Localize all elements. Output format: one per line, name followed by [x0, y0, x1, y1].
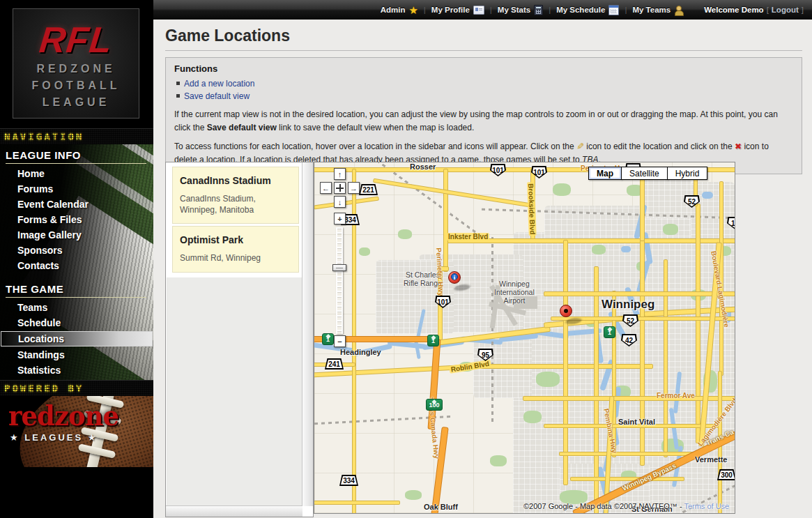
sidebar-item-event-calendar[interactable]: Event Calendar	[0, 197, 153, 212]
league-logo-line: FOOTBALL	[13, 77, 139, 94]
pencil-icon: ✎	[576, 142, 585, 150]
map-label: Boulevard Lagimodière	[710, 250, 730, 328]
navigation-banner: NAVIGATION	[0, 128, 153, 145]
sidebar: RFL REDZONE FOOTBALL LEAGUE NAVIGATION L…	[0, 0, 153, 518]
topbar-my-schedule[interactable]: My Schedule	[551, 5, 625, 15]
page-title: Game Locations	[165, 26, 802, 51]
location-name: Optimist Park	[180, 234, 291, 245]
highway-shield: 95	[477, 349, 493, 361]
map-label: Roblin Blvd	[449, 360, 491, 374]
locations-list-empty-area	[167, 260, 302, 506]
location-card-canadinns[interactable]: CanadInns Stadium CanadInns Stadium, Win…	[172, 167, 299, 224]
topbar-my-teams-label: My Teams	[632, 6, 671, 14]
bracket: [	[767, 6, 769, 14]
map-label: Fermor Ave	[657, 392, 695, 399]
highway-shield: 334	[339, 475, 358, 486]
navigation-banner-text: NAVIGATION	[0, 129, 153, 142]
sidebar-item-schedule[interactable]: Schedule	[0, 315, 153, 330]
zoom-slider-thumb[interactable]	[332, 264, 346, 271]
functions-heading: Functions	[174, 63, 793, 74]
highway-shield: 52	[622, 314, 638, 327]
calculator-icon	[534, 5, 543, 15]
pan-down-button[interactable]: ↓	[334, 196, 346, 208]
highway-shield: 1	[322, 333, 334, 345]
sidebar-nav-zone: LEAGUE INFO Home Forums Event Calendar F…	[0, 144, 153, 380]
app-window: RFL REDZONE FOOTBALL LEAGUE NAVIGATION L…	[0, 0, 812, 518]
zoom-slider-track[interactable]	[336, 227, 343, 334]
list-item: Save default view	[176, 91, 793, 101]
zoom-out-button[interactable]: −	[334, 335, 346, 347]
nav-section-the-game: THE GAME	[6, 283, 146, 298]
map-type-map-button[interactable]: Map	[588, 167, 622, 180]
sidebar-nav: LEAGUE INFO Home Forums Event Calendar F…	[0, 144, 153, 378]
redzone-leagues-logo: redzone ★ LEAGUES ★	[0, 396, 153, 467]
sidebar-item-image-gallery[interactable]: Image Gallery	[0, 227, 153, 243]
topbar-my-profile-label: My Profile	[431, 6, 470, 14]
map-type-hybrid-button[interactable]: Hybrid	[667, 167, 708, 180]
nav-section-league-info: LEAGUE INFO	[6, 149, 146, 164]
sidebar-item-statistics[interactable]: Statistics	[0, 363, 153, 378]
calendar-icon	[608, 5, 619, 15]
highway-shield: 10	[727, 217, 735, 229]
pan-right-button[interactable]: →	[348, 182, 360, 194]
highway-shield: 42	[621, 334, 637, 346]
sidebar-item-sponsors[interactable]: Sponsors	[0, 243, 153, 258]
vertical-scrollbar[interactable]	[302, 162, 313, 506]
sidebar-item-teams[interactable]: Teams	[0, 300, 153, 315]
highway-shield: 101	[490, 164, 506, 176]
location-card-optimist[interactable]: Optimist Park Summit Rd, Winnipeg	[172, 226, 299, 272]
topbar-my-teams[interactable]: My Teams	[627, 6, 689, 15]
horizontal-scrollbar[interactable]	[166, 505, 302, 517]
sidebar-item-home[interactable]: Home	[0, 166, 153, 181]
terms-of-use-link[interactable]: Terms of Use	[684, 502, 729, 510]
topbar-my-stats-label: My Stats	[498, 6, 530, 14]
bold-text: Save default view	[207, 123, 277, 132]
pan-up-button[interactable]: ↑	[334, 168, 346, 180]
map-label: Winnipeg International Airport	[494, 280, 535, 305]
pan-center-button[interactable]	[334, 182, 346, 194]
main-content: Game Locations Functions Add a new locat…	[153, 20, 812, 518]
map-label: Rosser	[410, 162, 436, 171]
save-default-view-link[interactable]: Save default view	[184, 91, 250, 101]
sidebar-item-forms-files[interactable]: Forms & Files	[0, 212, 153, 227]
instructions-paragraph-1: If the current map view is not in the de…	[174, 108, 793, 134]
map-label: Pembina Hwy	[602, 408, 618, 454]
topbar-admin[interactable]: Admin★	[375, 5, 424, 15]
map-type-buttons: MapSatelliteHybrid	[589, 167, 707, 180]
topbar-user-area: Welcome Demo [ Logout ]	[704, 6, 804, 14]
logout-link[interactable]: Logout	[772, 6, 799, 14]
info-marker[interactable]: i	[448, 271, 462, 290]
location-name: CanadInns Stadium	[180, 175, 291, 186]
sidebar-item-contacts[interactable]: Contacts	[0, 258, 153, 273]
add-location-link[interactable]: Add a new location	[184, 79, 254, 89]
highway-shield: 241	[325, 358, 344, 370]
functions-list: Add a new location Save default view	[176, 79, 793, 101]
people-icon	[674, 6, 683, 15]
powered-by-text: POWERED BY	[0, 381, 153, 394]
topbar-my-stats[interactable]: My Stats	[492, 5, 549, 15]
map-label: Vermette	[695, 455, 727, 464]
topbar-my-schedule-label: My Schedule	[556, 6, 605, 14]
map-label: Inkster Blvd	[447, 233, 489, 241]
location-address: CanadInns Stadium, Winnipeg, Manitoba	[180, 193, 291, 215]
map-label: Oak Bluff	[424, 503, 458, 511]
sidebar-item-forums[interactable]: Forums	[0, 181, 153, 197]
map-label: Saint Vital	[618, 418, 655, 426]
redzone-wordmark: redzone	[8, 399, 118, 432]
paragraph-text: link to save the default view when the m…	[277, 123, 475, 132]
map-canvas[interactable]: RosserHeadingleyOak BluffSt GermainVerme…	[314, 162, 735, 514]
topbar: Admin★ | My Profile | My Stats | My Sche…	[153, 0, 812, 20]
leagues-wordmark: ★ LEAGUES ★	[10, 432, 98, 443]
topbar-my-profile[interactable]: My Profile	[426, 6, 490, 15]
map-label: Brookside Blvd	[527, 182, 537, 236]
welcome-text: Welcome Demo	[704, 6, 763, 14]
scrollbar-corner	[302, 506, 313, 517]
map-type-satellite-button[interactable]: Satellite	[621, 167, 668, 180]
dot-marker[interactable]	[560, 305, 574, 323]
zoom-in-button[interactable]: +	[334, 213, 346, 224]
highway-shield: 52	[684, 195, 700, 208]
locations-list: CanadInns Stadium CanadInns Stadium, Win…	[167, 162, 302, 277]
sidebar-item-locations[interactable]: Locations	[1, 331, 153, 346]
pan-left-button[interactable]: ←	[320, 182, 332, 194]
sidebar-item-standings[interactable]: Standings	[0, 347, 153, 363]
